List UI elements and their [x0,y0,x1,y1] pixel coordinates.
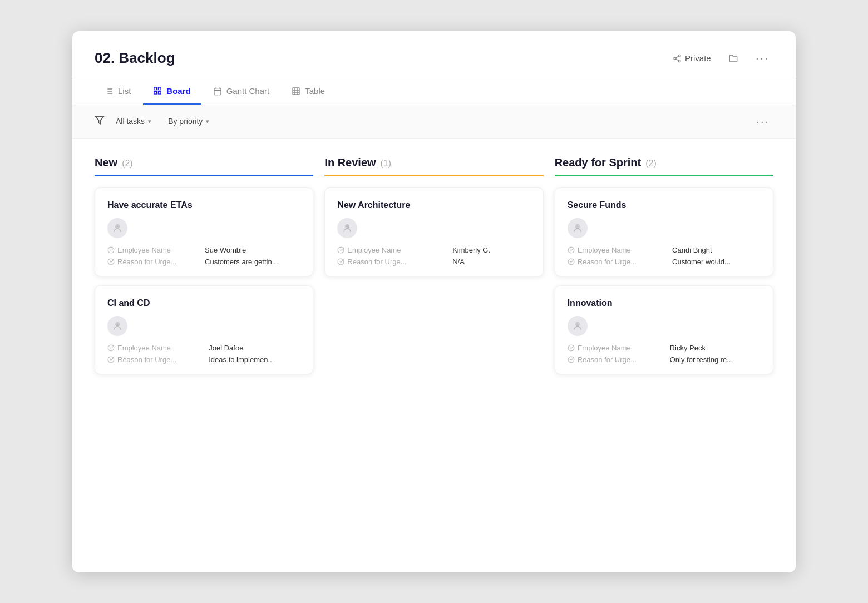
column-underline-ready-for-sprint [555,175,773,176]
field-label: Employee Name [568,344,664,352]
field-label: Employee Name [337,246,447,254]
tab-gantt[interactable]: Gantt Chart [203,77,280,105]
svg-point-33 [108,345,114,351]
board-icon [153,86,162,95]
tab-gantt-label: Gantt Chart [226,86,270,96]
avatar-card-3[interactable] [337,218,357,238]
by-priority-dropdown-arrow: ▾ [206,118,209,125]
avatar-card-5[interactable] [568,316,588,336]
svg-point-43 [568,247,574,253]
field-value: Joel Dafoe [209,344,300,352]
toolbar: All tasks ▾ By priority ▾ ··· [72,105,796,139]
field-value: Ricky Peck [670,344,761,352]
share-icon [673,54,682,63]
field-value: Kimberly G. [452,246,531,254]
svg-rect-12 [159,87,161,90]
svg-rect-13 [154,91,157,94]
tab-list[interactable]: List [95,77,141,105]
column-in-review: In Review(1)New Architecture Employee Na… [324,156,554,285]
avatar-card-1[interactable] [107,218,127,238]
card-card-1[interactable]: Have accurate ETAs Employee NameSue Womb… [95,187,313,276]
card-title-card-2: CI and CD [107,298,300,308]
svg-point-0 [678,55,680,57]
by-priority-label: By priority [168,117,203,126]
field-value: N/A [452,258,531,266]
column-new: New(2)Have accurate ETAs Employee NameSu… [95,156,324,383]
folder-button[interactable] [724,52,742,65]
board-view: New(2)Have accurate ETAs Employee NameSu… [72,139,796,572]
share-button[interactable]: Private [668,51,716,65]
field-value: Customers are gettin... [205,258,300,266]
card-card-5[interactable]: Innovation Employee NameRicky Peck Reaso… [555,285,773,374]
svg-line-3 [676,59,679,61]
card-fields-card-1: Employee NameSue Womble Reason for Urge.… [107,246,300,266]
list-icon [105,87,114,96]
tab-list-label: List [118,86,131,96]
view-tabs: List Board Gantt Chart Table [72,77,796,105]
svg-point-48 [568,345,574,351]
column-header-ready-for-sprint: Ready for Sprint(2) [555,156,773,176]
svg-marker-24 [96,116,104,124]
field-value: Candi Bright [672,246,761,254]
field-label: Reason for Urge... [337,258,447,266]
toolbar-more-button[interactable]: ··· [752,113,773,130]
svg-point-1 [674,57,676,60]
gantt-icon [213,87,222,96]
visibility-label: Private [685,53,711,63]
field-label: Employee Name [568,246,667,254]
svg-line-4 [676,56,679,58]
folder-icon [729,54,738,63]
tab-board-label: Board [166,86,190,96]
field-value: Customer would... [672,258,761,266]
column-title-in-review: In Review [324,156,376,169]
svg-point-39 [338,259,344,265]
svg-point-2 [678,60,680,62]
all-tasks-dropdown-arrow: ▾ [148,118,151,125]
card-title-card-1: Have accurate ETAs [107,200,300,210]
table-icon [292,87,300,96]
card-card-2[interactable]: CI and CD Employee NameJoel Dafoe Reason… [95,285,313,374]
field-label: Reason for Urge... [107,355,203,364]
tab-table-label: Table [305,86,325,96]
field-value: Sue Womble [205,246,300,254]
card-fields-card-4: Employee NameCandi Bright Reason for Urg… [568,246,761,266]
column-header-new: New(2) [95,156,313,176]
column-count-new: (2) [122,159,133,169]
field-label: Employee Name [107,344,203,352]
column-underline-in-review [324,175,543,176]
column-title-ready-for-sprint: Ready for Sprint [555,156,642,169]
card-fields-card-5: Employee NameRicky Peck Reason for Urge.… [568,344,761,364]
svg-rect-19 [293,88,299,95]
field-value: Ideas to implemen... [209,355,300,364]
filter-icon [95,115,105,127]
by-priority-filter[interactable]: By priority ▾ [162,113,215,129]
all-tasks-filter[interactable]: All tasks ▾ [110,113,157,129]
tab-board[interactable]: Board [143,77,200,105]
svg-point-38 [338,247,344,253]
field-label: Employee Name [107,246,199,254]
svg-point-44 [568,259,574,265]
app-window: 02. Backlog Private ··· [72,31,796,572]
card-title-card-5: Innovation [568,298,761,308]
header: 02. Backlog Private ··· [72,31,796,77]
field-value: Only for testing re... [670,355,761,364]
svg-rect-15 [214,88,221,95]
avatar-card-4[interactable] [568,218,588,238]
all-tasks-label: All tasks [116,117,145,126]
column-title-new: New [95,156,117,169]
column-count-in-review: (1) [381,159,392,169]
card-card-4[interactable]: Secure Funds Employee NameCandi Bright R… [555,187,773,276]
svg-rect-11 [154,87,157,90]
tab-table[interactable]: Table [282,77,335,105]
column-ready-for-sprint: Ready for Sprint(2)Secure Funds Employee… [555,156,773,383]
avatar-card-2[interactable] [107,316,127,336]
svg-point-29 [108,259,114,265]
card-card-3[interactable]: New Architecture Employee NameKimberly G… [324,187,543,276]
field-label: Reason for Urge... [568,355,664,364]
header-actions: Private ··· [668,49,773,68]
column-header-in-review: In Review(1) [324,156,543,176]
card-title-card-3: New Architecture [337,200,530,210]
header-more-button[interactable]: ··· [751,49,773,68]
column-underline-new [95,175,313,176]
svg-point-49 [568,357,574,363]
